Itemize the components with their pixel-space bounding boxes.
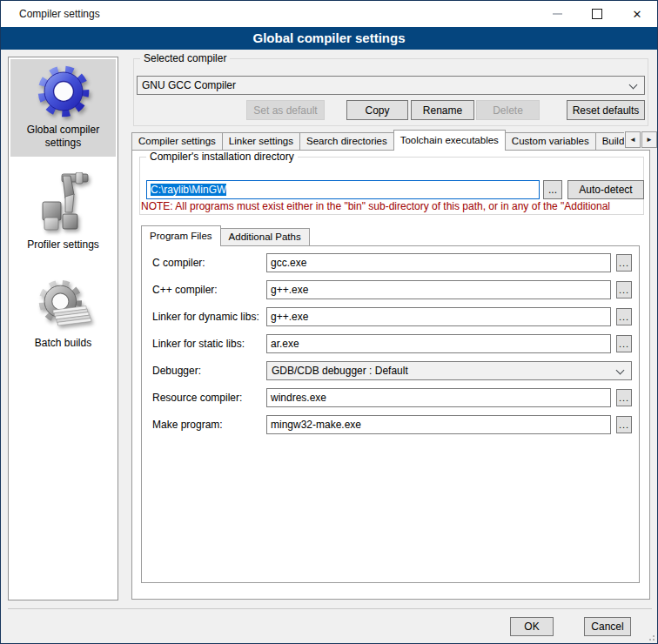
sidebar-item-label: Profiler settings	[10, 238, 116, 255]
caption-buttons: ✕	[537, 1, 657, 27]
installation-directory-input[interactable]: C:\raylib\MinGW	[146, 180, 540, 199]
linker-dynamic-label: Linker for dynamic libs:	[152, 307, 265, 326]
debugger-label: Debugger:	[152, 361, 265, 380]
linker-dynamic-input[interactable]: g++.exe	[266, 307, 611, 326]
sidebar-item-label: Global compiler settings	[10, 123, 116, 153]
tab-linker-settings[interactable]: Linker settings	[222, 132, 300, 151]
sidebar-item-profiler-settings[interactable]: Profiler settings	[10, 169, 116, 255]
sidebar-item-batch-builds[interactable]: Batch builds	[10, 274, 116, 353]
tab-compiler-settings[interactable]: Compiler settings	[131, 132, 223, 151]
sidebar-item-label: Batch builds	[10, 336, 116, 353]
cancel-button[interactable]: Cancel	[584, 617, 631, 636]
tab-build-options[interactable]: Build options	[595, 132, 624, 151]
toolchain-executables-page: Compiler's installation directory C:\ray…	[131, 150, 650, 600]
ok-button[interactable]: OK	[510, 617, 554, 636]
maximize-icon[interactable]	[577, 1, 617, 27]
linker-static-label: Linker for static libs:	[152, 334, 265, 353]
window-title: Compiler settings	[19, 1, 100, 27]
cpp-compiler-label: C++ compiler:	[152, 280, 265, 299]
browse-directory-button[interactable]: ...	[543, 180, 562, 199]
linker-dynamic-value: g++.exe	[271, 311, 308, 323]
copy-button[interactable]: Copy	[346, 100, 408, 120]
resource-compiler-browse-button[interactable]: ...	[616, 389, 632, 406]
c-compiler-value: gcc.exe	[271, 257, 306, 269]
rename-button[interactable]: Rename	[411, 100, 474, 120]
cpp-compiler-input[interactable]: g++.exe	[266, 280, 611, 299]
tab-scroll-right-icon[interactable]: ►	[641, 131, 657, 148]
subtab-program-files[interactable]: Program Files	[141, 225, 221, 246]
compiler-select-value: GNU GCC Compiler	[142, 79, 236, 91]
debugger-select[interactable]: GDB/CDB debugger : Default	[266, 361, 632, 380]
close-icon[interactable]: ✕	[617, 1, 657, 27]
make-program-input[interactable]: mingw32-make.exe	[266, 415, 611, 434]
sidebar-item-global-compiler-settings[interactable]: Global compiler settings	[10, 59, 116, 157]
minimize-icon[interactable]	[537, 1, 577, 27]
c-compiler-browse-button[interactable]: ...	[616, 254, 632, 272]
cpp-compiler-value: g++.exe	[271, 284, 308, 296]
installation-directory-value: C:\raylib\MinGW	[151, 184, 226, 196]
batch-builds-gear-icon	[35, 278, 92, 333]
c-compiler-label: C compiler:	[152, 253, 265, 272]
tab-scroll-left-icon[interactable]: ◄	[625, 131, 641, 148]
settings-tabs: Compiler settings Linker settings Search…	[131, 130, 624, 151]
linker-static-input[interactable]: ar.exe	[266, 334, 611, 353]
debugger-select-value: GDB/CDB debugger : Default	[272, 365, 408, 377]
settings-category-list: Global compiler settings	[8, 57, 118, 600]
page-title: Global compiler settings	[1, 27, 657, 50]
toolchain-subtabs: Program Files Additional Paths	[141, 225, 309, 246]
tab-search-directories[interactable]: Search directories	[299, 132, 394, 151]
subtab-additional-paths[interactable]: Additional Paths	[220, 228, 310, 246]
resource-compiler-input[interactable]: windres.exe	[266, 388, 611, 407]
compiler-select[interactable]: GNU GCC Compiler	[137, 76, 645, 95]
make-program-label: Make program:	[152, 415, 265, 434]
delete-button[interactable]: Delete	[476, 100, 540, 120]
set-as-default-button[interactable]: Set as default	[246, 100, 325, 120]
make-program-value: mingw32-make.exe	[271, 419, 361, 431]
resource-compiler-label: Resource compiler:	[152, 388, 265, 407]
resource-compiler-value: windres.exe	[271, 392, 326, 404]
tab-scroll-buttons: ◄ ►	[624, 131, 657, 148]
footer-separator	[8, 608, 652, 609]
auto-detect-button[interactable]: Auto-detect	[567, 180, 644, 199]
cpp-compiler-browse-button[interactable]: ...	[616, 281, 632, 299]
linker-static-browse-button[interactable]: ...	[616, 335, 632, 352]
reset-defaults-button[interactable]: Reset defaults	[567, 100, 645, 120]
profiler-caliper-icon	[36, 172, 91, 235]
linker-dynamic-browse-button[interactable]: ...	[616, 308, 632, 325]
compiler-settings-window: Compiler settings ✕ Global compiler sett…	[0, 0, 658, 644]
bin-subdirectory-note: NOTE: All programs must exist either in …	[141, 200, 648, 213]
make-program-browse-button[interactable]: ...	[616, 416, 632, 433]
installation-directory-group-label: Compiler's installation directory	[146, 151, 298, 163]
titlebar: Compiler settings ✕	[1, 1, 657, 27]
tab-custom-variables[interactable]: Custom variables	[505, 132, 596, 151]
blue-gear-icon	[35, 63, 92, 120]
c-compiler-input[interactable]: gcc.exe	[266, 253, 611, 272]
linker-static-value: ar.exe	[271, 338, 299, 350]
program-files-page: C compiler: gcc.exe ... C++ compiler: g+…	[141, 245, 640, 583]
tab-toolchain-executables[interactable]: Toolchain executables	[393, 130, 506, 151]
selected-compiler-group-label: Selected compiler	[140, 52, 230, 64]
resize-grip-icon[interactable]	[646, 632, 655, 641]
